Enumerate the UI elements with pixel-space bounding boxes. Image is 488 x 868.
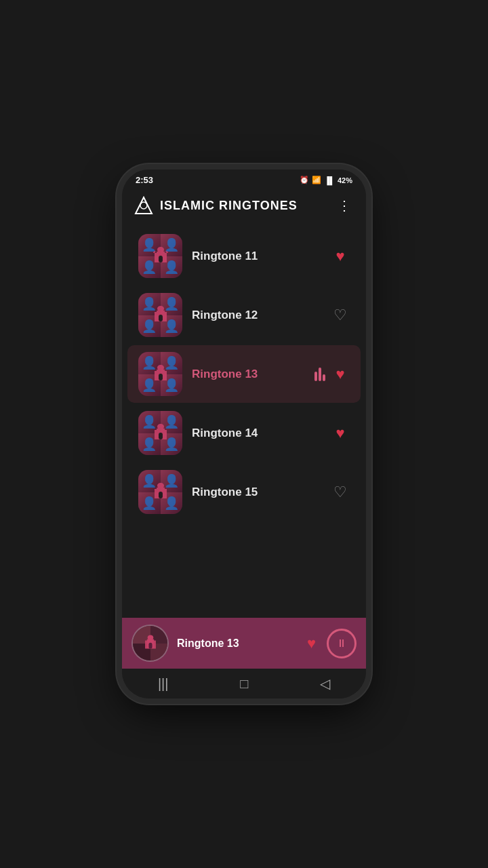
ringtone-thumb-12: 👤 👤 👤 👤 bbox=[138, 293, 182, 337]
wifi-icon: 📶 bbox=[312, 176, 321, 184]
app-header: ISLAMIC RINGTONES ⋮ bbox=[122, 188, 366, 223]
app-title: ISLAMIC RINGTONES bbox=[160, 199, 298, 213]
list-item[interactable]: 👤 👤 👤 👤 Ringtone 15 bbox=[127, 463, 361, 521]
list-item[interactable]: 👤 👤 👤 👤 Ringtone 12 bbox=[127, 286, 361, 344]
mosque-icon bbox=[150, 481, 171, 504]
ringtone-name-11: Ringtone 11 bbox=[192, 250, 321, 263]
nav-home-button[interactable]: □ bbox=[229, 673, 259, 694]
mosque-icon bbox=[150, 245, 171, 268]
ringtone-thumb-13: 👤 👤 👤 👤 bbox=[138, 352, 182, 396]
equalizer-icon bbox=[314, 368, 325, 381]
header-left: ISLAMIC RINGTONES bbox=[134, 196, 298, 215]
nav-bar: ||| □ ◁ bbox=[122, 669, 366, 698]
ringtone-thumb-15: 👤 👤 👤 👤 bbox=[138, 470, 182, 514]
svg-rect-6 bbox=[159, 492, 163, 498]
svg-point-1 bbox=[140, 202, 147, 209]
svg-rect-2 bbox=[159, 256, 163, 262]
mosque-icon bbox=[150, 363, 171, 386]
alarm-icon: ⏰ bbox=[300, 176, 309, 184]
favorite-button-12[interactable]: ♡ bbox=[331, 306, 350, 325]
svg-rect-3 bbox=[159, 315, 163, 321]
now-playing-title: Ringtone 13 bbox=[177, 637, 299, 650]
status-time: 2:53 bbox=[136, 175, 153, 185]
mosque-icon bbox=[150, 422, 171, 445]
nav-back-button[interactable]: ◁ bbox=[309, 673, 341, 694]
list-item[interactable]: 👤 👤 👤 👤 Ringtone 13 bbox=[127, 345, 361, 403]
ringtone-actions-15: ♡ bbox=[331, 483, 350, 502]
battery-text: 42% bbox=[338, 176, 352, 184]
app-logo-icon bbox=[134, 196, 153, 215]
ringtone-name-14: Ringtone 14 bbox=[192, 427, 321, 440]
favorite-button-15[interactable]: ♡ bbox=[331, 483, 350, 502]
pause-button[interactable]: ⏸ bbox=[327, 629, 357, 658]
favorite-button-13[interactable]: ♥ bbox=[331, 365, 350, 384]
status-icons: ⏰ 📶 ▐▌ 42% bbox=[300, 176, 352, 184]
now-playing-favorite-button[interactable]: ♥ bbox=[307, 635, 316, 652]
svg-rect-5 bbox=[159, 433, 163, 439]
favorite-button-11[interactable]: ♥ bbox=[331, 247, 350, 266]
mosque-icon bbox=[150, 304, 171, 327]
list-item[interactable]: 👤 👤 👤 👤 bbox=[127, 227, 361, 285]
ringtone-thumb-11: 👤 👤 👤 👤 bbox=[138, 234, 182, 278]
ringtone-name-13: Ringtone 13 bbox=[192, 368, 305, 381]
svg-rect-7 bbox=[148, 642, 152, 648]
ringtone-actions-11: ♥ bbox=[331, 247, 350, 266]
ringtone-name-15: Ringtone 15 bbox=[192, 486, 321, 499]
svg-rect-4 bbox=[159, 374, 163, 380]
ringtone-name-12: Ringtone 12 bbox=[192, 309, 321, 322]
phone-frame: 2:53 ⏰ 📶 ▐▌ 42% ISLAMIC RINGTONES ⋮ 👤 bbox=[122, 170, 366, 698]
menu-button[interactable]: ⋮ bbox=[335, 195, 354, 216]
list-item[interactable]: 👤 👤 👤 👤 Ringtone 14 bbox=[127, 404, 361, 462]
ringtone-thumb-14: 👤 👤 👤 👤 bbox=[138, 411, 182, 455]
favorite-button-14[interactable]: ♥ bbox=[331, 424, 350, 443]
ringtone-actions-13: ♥ bbox=[314, 365, 350, 384]
pause-icon: ⏸ bbox=[336, 637, 347, 650]
now-playing-thumb bbox=[131, 625, 169, 662]
ringtone-actions-14: ♥ bbox=[331, 424, 350, 443]
nav-menu-button[interactable]: ||| bbox=[147, 673, 180, 694]
np-mosque-icon bbox=[142, 633, 159, 654]
status-bar: 2:53 ⏰ 📶 ▐▌ 42% bbox=[122, 170, 366, 188]
svg-marker-0 bbox=[136, 197, 152, 214]
ringtone-actions-12: ♡ bbox=[331, 306, 350, 325]
now-playing-bar: Ringtone 13 ♥ ⏸ bbox=[122, 618, 366, 669]
signal-icon: ▐▌ bbox=[324, 176, 335, 184]
